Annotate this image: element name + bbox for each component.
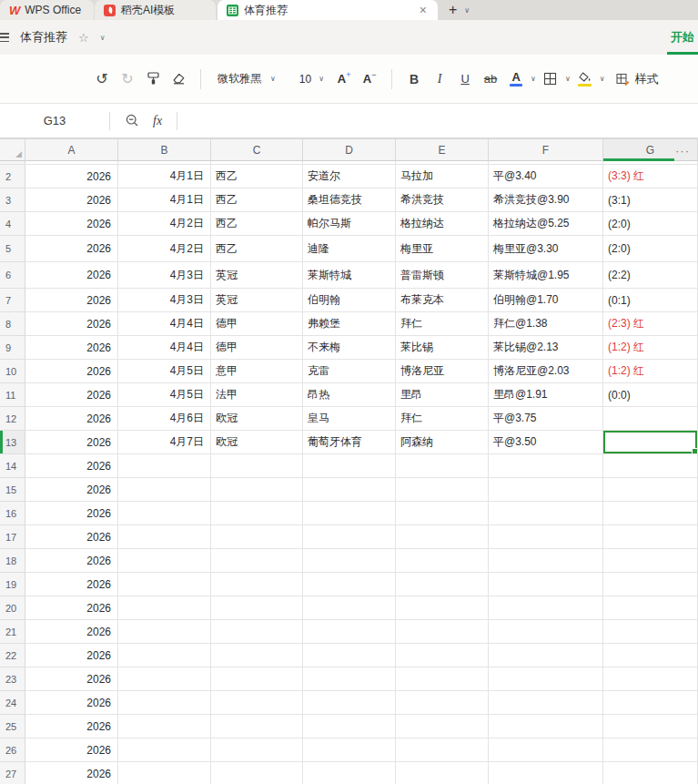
cell-G15[interactable] [603,478,698,502]
undo-button[interactable]: ↺ [91,66,113,92]
cell-G6[interactable]: (2:2) [603,262,698,289]
cell-D11[interactable]: 昂热 [303,383,396,407]
cell-G21[interactable] [603,620,698,644]
italic-button[interactable]: I [429,66,450,92]
cell-D24[interactable] [303,691,396,715]
row-header-12[interactable]: 12 [0,407,25,431]
cell-C26[interactable] [211,738,303,762]
row-header-17[interactable]: 17 [0,525,25,549]
cell-A3[interactable]: 2026 [25,188,118,212]
cell-C27[interactable] [211,762,303,784]
cell-G9[interactable]: (1:2) 红 [603,336,698,360]
row-header-18[interactable]: 18 [0,549,25,573]
menu-icon[interactable] [0,33,9,42]
cell-C24[interactable] [211,691,303,715]
cell-F15[interactable] [489,478,603,502]
cell-F9[interactable]: 莱比锡@2.13 [489,336,603,360]
cell-E7[interactable]: 布莱克本 [396,289,489,312]
cell-C2[interactable]: 西乙 [211,165,303,188]
cell-E25[interactable] [396,715,489,738]
row-header-11[interactable]: 11 [0,383,25,407]
cell-C13[interactable]: 欧冠 [211,431,303,454]
more-columns-icon[interactable]: ··· [675,143,690,157]
row-header-14[interactable]: 14 [0,454,25,478]
cell-B10[interactable]: 4月5日 [118,360,211,383]
cell-F17[interactable] [489,525,603,549]
title-chevron-icon[interactable]: ∨ [100,34,106,42]
cell-G18[interactable] [603,549,698,573]
cell-D5[interactable]: 迪隆 [303,236,396,262]
cell-G3[interactable]: (3:1) [603,188,698,212]
cell-E2[interactable]: 马拉加 [396,165,489,188]
column-header-F[interactable]: F [489,139,603,161]
cell-A8[interactable]: 2026 [25,312,118,336]
cell-B8[interactable]: 4月4日 [118,312,211,336]
row-header-6[interactable]: 6 [0,262,25,289]
cell-B20[interactable] [118,596,211,620]
cell-B17[interactable] [118,525,211,549]
cell-B25[interactable] [118,715,211,738]
cell-A16[interactable]: 2026 [25,502,118,525]
cell-A7[interactable]: 2026 [25,289,118,312]
cell-D23[interactable] [303,667,396,691]
cell-B5[interactable]: 4月2日 [118,236,211,262]
cell-G20[interactable] [603,596,698,620]
cell-A17[interactable]: 2026 [25,525,118,549]
cell-B13[interactable]: 4月7日 [118,431,211,454]
cell-F8[interactable]: 拜仁@1.38 [489,312,603,336]
cell-G10[interactable]: (1:2) 红 [603,360,698,383]
row-header-27[interactable]: 27 [0,762,25,784]
cell-G16[interactable] [603,502,698,525]
cell-E20[interactable] [396,596,489,620]
formula-input[interactable] [177,104,698,137]
cell-C14[interactable] [211,454,303,478]
cell-E5[interactable]: 梅里亚 [396,236,489,262]
cell-B22[interactable] [118,644,211,667]
decrease-font-button[interactable]: A− [359,66,380,92]
cell-F22[interactable] [489,644,603,667]
cell-B18[interactable] [118,549,211,573]
cell-D17[interactable] [303,525,396,549]
cell-G8[interactable]: (2:3) 红 [603,312,698,336]
cell-G25[interactable] [603,715,698,738]
cell-E26[interactable] [396,738,489,762]
cell-C22[interactable] [211,644,303,667]
cell-B19[interactable] [118,573,211,596]
window-tab-docer-templates[interactable]: 稻壳AI模板 [95,0,216,20]
cell-E6[interactable]: 普雷斯顿 [396,262,489,289]
cell-D22[interactable] [303,644,396,667]
cell-F16[interactable] [489,502,603,525]
cell-F21[interactable] [489,620,603,644]
column-header-C[interactable]: C [211,139,303,161]
cell-C23[interactable] [211,667,303,691]
underline-button[interactable]: U [454,66,476,92]
cell-G14[interactable] [603,454,698,478]
cell-E12[interactable]: 拜仁 [396,407,489,431]
row-header-5[interactable]: 5 [0,236,25,262]
cell-F23[interactable] [489,667,603,691]
cell-B9[interactable]: 4月4日 [118,336,211,360]
cell-E9[interactable]: 莱比锡 [396,336,489,360]
cell-G17[interactable] [603,525,698,549]
cell-E21[interactable] [396,620,489,644]
close-tab-icon[interactable]: × [418,4,429,16]
strikethrough-button[interactable]: ab [480,66,501,92]
row-header-25[interactable]: 25 [0,715,25,738]
fill-color-chevron-icon[interactable]: ∨ [600,75,605,83]
cell-F13[interactable]: 平@3.50 [489,431,603,454]
cell-G5[interactable]: (2:0) [603,236,698,262]
cell-A12[interactable]: 2026 [25,407,118,431]
cell-E14[interactable] [396,454,489,478]
cell-D21[interactable] [303,620,396,644]
cell-D2[interactable]: 安道尔 [303,165,396,188]
cell-E16[interactable] [396,502,489,525]
cell-G2[interactable]: (3:3) 红 [603,165,698,188]
cell-F14[interactable] [489,454,603,478]
cell-C15[interactable] [211,478,303,502]
cell-B7[interactable]: 4月3日 [118,289,211,312]
eraser-button[interactable] [167,66,189,92]
cell-styles-button[interactable]: 样式 [616,71,659,87]
row-header-10[interactable]: 10 [0,360,25,383]
row-header-9[interactable]: 9 [0,336,25,360]
cell-A21[interactable]: 2026 [25,620,118,644]
